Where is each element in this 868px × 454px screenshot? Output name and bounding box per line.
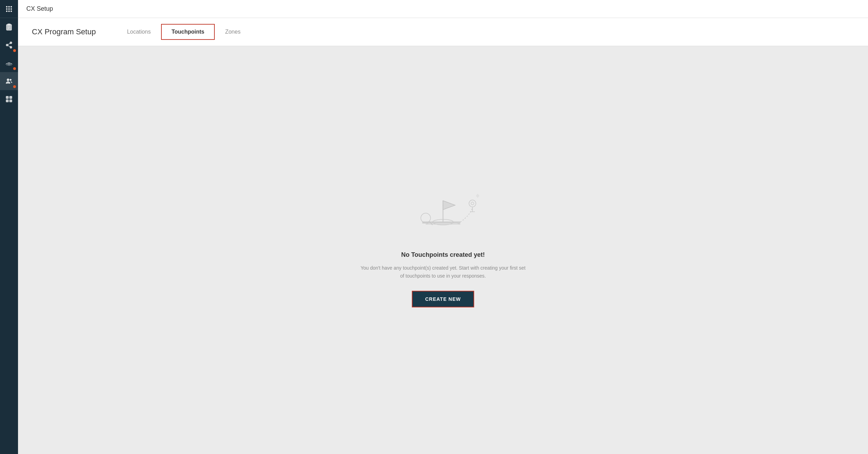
sidebar-item-cx-setup[interactable]	[0, 72, 18, 90]
svg-rect-0	[6, 6, 8, 7]
sidebar-item-apps[interactable]	[0, 90, 18, 108]
sidebar-item-clipboard[interactable]	[0, 18, 18, 36]
sidebar-item-signal[interactable]	[0, 54, 18, 72]
svg-line-14	[8, 43, 10, 45]
svg-point-11	[6, 44, 8, 46]
svg-line-13	[8, 45, 10, 47]
sidebar-item-share[interactable]	[0, 36, 18, 54]
tab-touchpoints[interactable]: Touchpoints	[161, 24, 215, 40]
svg-point-16	[7, 79, 9, 81]
content-area: CX Program Setup Locations Touchpoints Z…	[18, 18, 868, 454]
svg-rect-8	[11, 10, 12, 12]
svg-rect-4	[8, 8, 10, 10]
page-header: CX Program Setup Locations Touchpoints Z…	[18, 18, 868, 46]
svg-point-32	[421, 213, 431, 223]
svg-point-12	[10, 46, 12, 49]
empty-state-title: No Touchpoints created yet!	[401, 251, 485, 259]
svg-point-10	[10, 42, 12, 44]
tab-bar: Locations Touchpoints Zones	[117, 18, 251, 46]
svg-rect-1	[8, 6, 10, 7]
svg-point-29	[471, 202, 474, 205]
svg-rect-2	[11, 6, 12, 7]
svg-point-15	[9, 65, 10, 66]
tab-zones[interactable]: Zones	[215, 18, 251, 46]
empty-state: No Touchpoints created yet! You don't ha…	[18, 46, 868, 445]
sidebar-logo[interactable]	[0, 0, 18, 18]
main-area: CX Setup CX Program Setup Locations Touc…	[18, 0, 868, 454]
svg-rect-7	[8, 10, 10, 12]
app-title: CX Setup	[26, 5, 53, 12]
svg-rect-3	[6, 8, 8, 10]
page-title: CX Program Setup	[32, 27, 96, 36]
svg-rect-5	[11, 8, 12, 10]
create-new-button[interactable]: CREATE NEW	[412, 291, 474, 307]
svg-rect-20	[6, 100, 8, 102]
sidebar	[0, 0, 18, 454]
empty-state-subtitle: You don't have any touchpoint(s) created…	[360, 264, 526, 280]
svg-rect-18	[6, 96, 8, 98]
svg-rect-6	[6, 10, 8, 12]
svg-point-28	[469, 200, 476, 207]
svg-rect-21	[10, 100, 12, 102]
menu-icon	[5, 5, 13, 13]
svg-point-17	[10, 79, 11, 81]
svg-rect-19	[10, 96, 12, 98]
empty-illustration	[398, 183, 488, 240]
topbar: CX Setup	[18, 0, 868, 18]
tab-locations[interactable]: Locations	[117, 18, 161, 46]
